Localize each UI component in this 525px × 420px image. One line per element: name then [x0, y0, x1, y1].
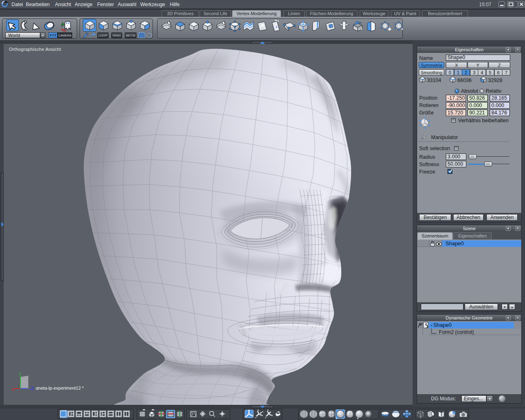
svg-text:-Z: -Z	[30, 386, 34, 391]
svg-text:x: x	[12, 388, 14, 392]
svg-text:Y: Y	[19, 372, 21, 376]
